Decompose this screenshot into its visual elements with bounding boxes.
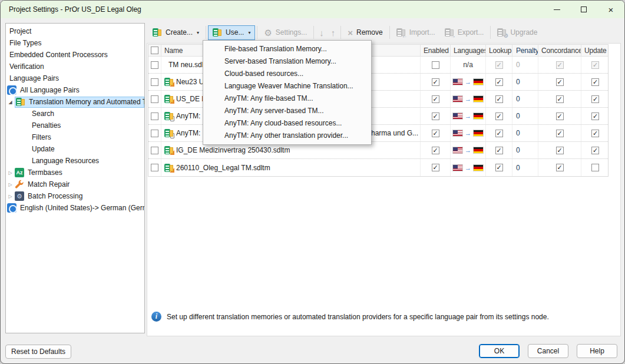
- tree-item-update[interactable]: Update: [6, 143, 144, 155]
- menu-item-anytm-file-based[interactable]: AnyTM: Any file-based TM...: [203, 92, 371, 105]
- row-checkbox[interactable]: [151, 61, 158, 69]
- tree-item-translation-memory[interactable]: ◢ Translation Memory and Automated Tr: [6, 96, 144, 108]
- row-checkbox[interactable]: [151, 112, 158, 120]
- concordance-checkbox[interactable]: [556, 112, 564, 120]
- enabled-checkbox[interactable]: [432, 147, 439, 154]
- concordance-cell: [538, 142, 581, 158]
- menu-item-cloud-based-resources[interactable]: Cloud-based resources...: [203, 68, 371, 80]
- row-checkbox[interactable]: [151, 147, 158, 154]
- collapsed-arrow-icon[interactable]: ▷: [7, 194, 14, 199]
- tree-item-project[interactable]: Project: [6, 25, 144, 37]
- concordance-checkbox[interactable]: [556, 130, 564, 137]
- menu-item-anytm-other-provider[interactable]: AnyTM: Any other translation provider...: [203, 130, 371, 142]
- lookup-checkbox[interactable]: [495, 147, 503, 154]
- reset-to-defaults-button[interactable]: Reset to Defaults: [5, 345, 71, 359]
- select-all-checkbox[interactable]: [151, 47, 158, 54]
- header-enabled[interactable]: Enabled: [421, 45, 451, 56]
- move-down-button[interactable]: ↓: [316, 28, 328, 38]
- tree-item-search[interactable]: Search: [6, 108, 144, 120]
- expanded-arrow-icon[interactable]: ◢: [7, 100, 14, 105]
- german-flag-icon: [473, 130, 484, 137]
- language-pairs-globe-icon: [7, 85, 16, 95]
- tree-item-verification[interactable]: Verification: [6, 61, 144, 72]
- export-button[interactable]: → Export...: [440, 25, 489, 40]
- menu-item-file-based-tm[interactable]: File-based Translation Memory...: [203, 43, 371, 55]
- enabled-checkbox[interactable]: [432, 95, 439, 103]
- minimize-button[interactable]: [543, 1, 570, 18]
- lookup-checkbox[interactable]: [495, 61, 503, 69]
- update-checkbox[interactable]: [591, 164, 599, 171]
- update-cell: [581, 57, 609, 73]
- concordance-checkbox[interactable]: [556, 61, 564, 69]
- enabled-checkbox[interactable]: [432, 78, 439, 86]
- close-button[interactable]: ×: [597, 1, 624, 18]
- remove-button[interactable]: × Remove: [343, 25, 387, 40]
- tree-item-embedded-content-processors[interactable]: Embedded Content Processors: [6, 49, 144, 61]
- maximize-button[interactable]: [570, 1, 597, 18]
- concordance-checkbox[interactable]: [556, 164, 564, 171]
- row-checkbox[interactable]: [151, 130, 158, 137]
- create-button[interactable]: Create... ▾: [148, 25, 204, 40]
- ok-button[interactable]: OK: [479, 344, 520, 358]
- row-checkbox[interactable]: [151, 95, 158, 103]
- languages-cell: →: [451, 142, 486, 158]
- menu-item-server-based-tm[interactable]: Server-based Translation Memory...: [203, 55, 371, 68]
- use-button[interactable]: Use... ▾: [208, 25, 255, 40]
- menu-item-anytm-cloud-based[interactable]: AnyTM: Any cloud-based resources...: [203, 117, 371, 130]
- tree-item-filters[interactable]: Filters: [6, 131, 144, 143]
- cancel-button[interactable]: Cancel: [528, 344, 568, 358]
- enabled-checkbox[interactable]: [432, 112, 439, 120]
- update-checkbox[interactable]: [591, 147, 599, 154]
- concordance-checkbox[interactable]: [556, 78, 564, 86]
- enabled-checkbox[interactable]: [432, 164, 439, 171]
- tree-item-batch-processing[interactable]: ▷ ⚙ Batch Processing: [6, 190, 144, 202]
- tree-item-language-pair-en-de[interactable]: English (United States)-> German (German: [6, 202, 144, 214]
- header-lookup[interactable]: Lookup: [486, 45, 512, 56]
- header-update[interactable]: Update: [581, 45, 609, 56]
- header-languages[interactable]: Languages: [451, 45, 486, 56]
- settings-button[interactable]: ⚙ Settings...: [259, 25, 312, 40]
- tree-item-penalties[interactable]: Penalties: [6, 120, 144, 131]
- move-up-button[interactable]: ↑: [328, 28, 339, 38]
- lookup-checkbox[interactable]: [495, 95, 503, 103]
- upgrade-button[interactable]: ⚙ Upgrade: [492, 25, 542, 40]
- tree-item-language-pairs[interactable]: Language Pairs: [6, 72, 144, 84]
- menu-item-anytm-server-based[interactable]: AnyTM: Any server-based TM...: [203, 105, 371, 117]
- concordance-checkbox[interactable]: [556, 95, 564, 103]
- lookup-checkbox[interactable]: [495, 112, 503, 120]
- help-button[interactable]: Help: [577, 344, 617, 358]
- tree-item-termbases[interactable]: ▷ Az Termbases: [6, 167, 144, 178]
- import-button[interactable]: ← Import...: [392, 25, 440, 40]
- tm-name: 260110_Oleg_Legal TM.sdltm: [176, 164, 270, 172]
- tree-item-match-repair[interactable]: ▷ Match Repair: [6, 178, 144, 190]
- menu-item-language-weaver-mt[interactable]: Language Weaver Machine Translation...: [203, 80, 371, 92]
- header-penalty[interactable]: Penalty: [512, 45, 538, 56]
- toolbar-separator: [490, 26, 491, 39]
- table-row[interactable]: 260110_Oleg_Legal TM.sdltm → 0: [148, 159, 608, 176]
- enabled-checkbox[interactable]: [432, 61, 439, 69]
- enabled-checkbox[interactable]: [432, 130, 439, 137]
- row-checkbox[interactable]: [151, 164, 158, 171]
- minimize-icon: [554, 9, 560, 10]
- concordance-checkbox[interactable]: [556, 147, 564, 154]
- tree-item-file-types[interactable]: File Types: [6, 37, 144, 49]
- update-checkbox[interactable]: [591, 112, 599, 120]
- enabled-cell: [421, 91, 451, 107]
- row-checkbox[interactable]: [151, 78, 158, 86]
- tree-item-all-language-pairs[interactable]: All Language Pairs: [6, 84, 144, 96]
- lookup-checkbox[interactable]: [495, 130, 503, 137]
- collapsed-arrow-icon[interactable]: ▷: [7, 170, 14, 176]
- update-checkbox[interactable]: [591, 61, 599, 69]
- language-pair-globe-icon: [7, 203, 16, 213]
- row-select-cell: [148, 91, 161, 107]
- header-concordance[interactable]: Concordance: [538, 45, 581, 56]
- lookup-checkbox[interactable]: [495, 78, 503, 86]
- update-checkbox[interactable]: [591, 130, 599, 137]
- lookup-checkbox[interactable]: [495, 164, 503, 171]
- tree-label: English (United States)-> German (German: [20, 204, 144, 212]
- update-checkbox[interactable]: [591, 78, 599, 86]
- tree-item-language-resources[interactable]: Language Resources: [6, 155, 144, 167]
- settings-tree: Project File Types Embedded Content Proc…: [5, 23, 145, 333]
- collapsed-arrow-icon[interactable]: ▷: [7, 182, 14, 187]
- update-checkbox[interactable]: [591, 95, 599, 103]
